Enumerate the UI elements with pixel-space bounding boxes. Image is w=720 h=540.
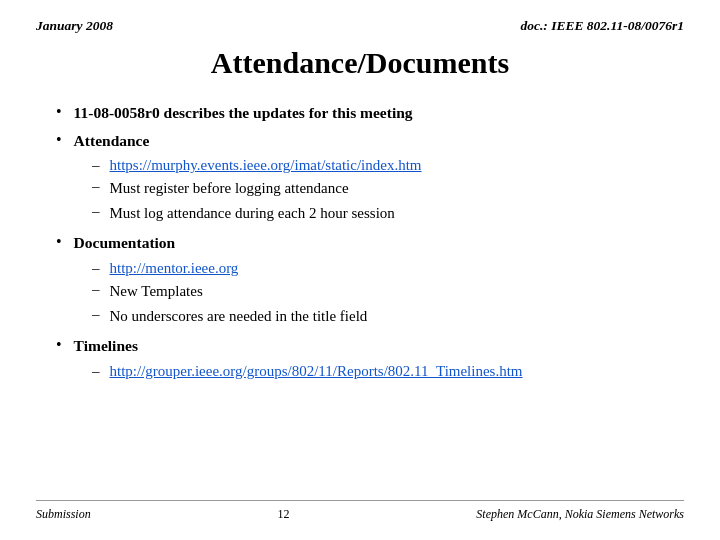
sub-bullets-3: – http://mentor.ieee.org – New Templates… [92,260,684,327]
attendance-link[interactable]: https://murphy.events.ieee.org/imat/stat… [110,157,422,174]
sub-dash-3-3: – [92,306,100,323]
sub-bullet-4-1: – http://grouper.ieee.org/groups/802/11/… [92,363,684,380]
slide-title: Attendance/Documents [36,46,684,80]
bullet-text-1: 11-08-0058r0 describes the updates for t… [74,102,413,124]
bullet-item-2: • Attendance [56,130,684,152]
bullet-dot-3: • [56,233,62,251]
header-bar: January 2008 doc.: IEEE 802.11-08/0076r1 [36,18,684,34]
bullet-dot-1: • [56,103,62,121]
sub-text-3-3: No underscores are needed in the title f… [110,306,368,327]
bullet-dot-4: • [56,336,62,354]
footer-page-number: 12 [278,507,290,522]
sub-dash-4-1: – [92,363,100,380]
footer-bar: Submission 12 Stephen McCann, Nokia Siem… [36,500,684,522]
sub-bullets-4: – http://grouper.ieee.org/groups/802/11/… [92,363,684,380]
bullet-text-3: Documentation [74,232,176,254]
sub-text-2-3: Must log attendance during each 2 hour s… [110,203,395,224]
sub-dash-2-2: – [92,178,100,195]
sub-bullet-3-3: – No underscores are needed in the title… [92,306,684,327]
header-doc: doc.: IEEE 802.11-08/0076r1 [520,18,684,34]
header-date: January 2008 [36,18,113,34]
content-area: • 11-08-0058r0 describes the updates for… [36,102,684,500]
sub-bullet-2-2: – Must register before logging attendanc… [92,178,684,199]
footer-submission: Submission [36,507,91,522]
bullet-dot-2: • [56,131,62,149]
sub-dash-2-3: – [92,203,100,220]
sub-text-2-2: Must register before logging attendance [110,178,349,199]
sub-bullet-2-1: – https://murphy.events.ieee.org/imat/st… [92,157,684,174]
sub-text-3-2: New Templates [110,281,203,302]
mentor-link[interactable]: http://mentor.ieee.org [110,260,239,277]
timelines-link[interactable]: http://grouper.ieee.org/groups/802/11/Re… [110,363,523,380]
sub-bullet-3-2: – New Templates [92,281,684,302]
sub-dash-2-1: – [92,157,100,174]
sub-dash-3-1: – [92,260,100,277]
bullet-item-3: • Documentation [56,232,684,254]
sub-bullets-2: – https://murphy.events.ieee.org/imat/st… [92,157,684,224]
slide: January 2008 doc.: IEEE 802.11-08/0076r1… [0,0,720,540]
footer-author: Stephen McCann, Nokia Siemens Networks [476,507,684,522]
bullet-item-1: • 11-08-0058r0 describes the updates for… [56,102,684,124]
bullet-text-4: Timelines [74,335,138,357]
sub-dash-3-2: – [92,281,100,298]
sub-bullet-3-1: – http://mentor.ieee.org [92,260,684,277]
bullet-text-2: Attendance [74,130,150,152]
sub-bullet-2-3: – Must log attendance during each 2 hour… [92,203,684,224]
bullet-item-4: • Timelines [56,335,684,357]
